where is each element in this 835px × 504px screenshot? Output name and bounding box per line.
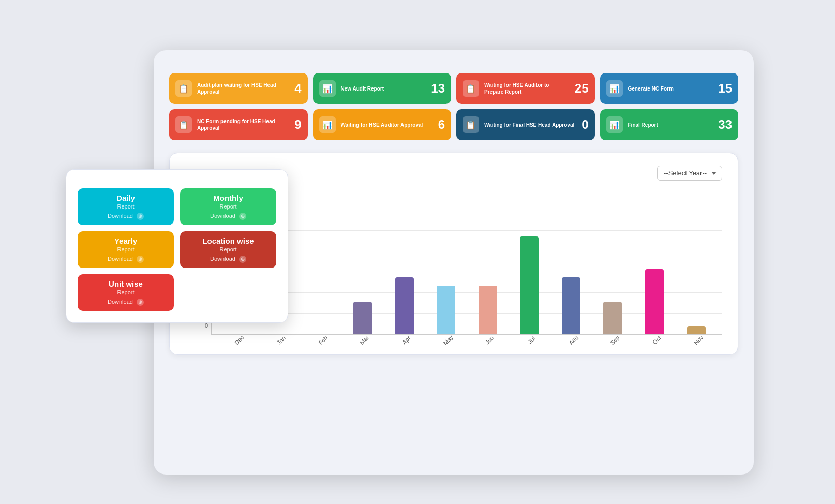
stat-number: 25 [575, 81, 589, 96]
stat-card-new-audit[interactable]: 📊 New Audit Report 13 [313, 73, 452, 104]
download-icon: ⊕ [137, 256, 144, 263]
bar-mar [353, 302, 372, 334]
stats-grid: 📋 Audit plan waiting for HSE Head Approv… [169, 73, 738, 140]
stat-number: 33 [718, 117, 732, 132]
bar-group-sep [603, 302, 622, 334]
stat-number: 9 [294, 117, 301, 132]
stat-icon: 📊 [319, 80, 336, 97]
bar-group-oct [645, 269, 664, 334]
report-btn-yearly[interactable]: Yearly Report Download ⊕ [78, 231, 174, 268]
bar-apr [395, 277, 414, 334]
report-btn-sub: Report [117, 289, 134, 295]
report-btn-sub: Report [219, 203, 236, 210]
stat-icon: 📋 [463, 80, 479, 97]
stat-icon: 📋 [175, 80, 192, 97]
bar-sep [603, 302, 622, 334]
report-btn-title: Unit wise [109, 279, 143, 288]
bar-group-jun [479, 286, 497, 334]
report-btn-monthly[interactable]: Monthly Report Download ⊕ [180, 188, 276, 225]
report-btn-download: Download ⊕ [108, 256, 144, 263]
report-btn-sub: Report [219, 246, 236, 253]
stat-text: NC Form pending for HSE Head Approval [197, 118, 289, 131]
download-icon: ⊕ [137, 213, 144, 220]
stat-icon: 📋 [463, 116, 479, 133]
stat-number: 4 [294, 81, 301, 96]
bar-aug [562, 277, 580, 334]
stat-icon: 📊 [606, 80, 623, 97]
stat-card-generate-nc[interactable]: 📊 Generate NC Form 15 [600, 73, 739, 104]
inspection-card: Daily Report Download ⊕ Monthly Report D… [66, 169, 288, 323]
stat-text: Waiting for Final HSE Head Approval [484, 122, 576, 128]
stat-text: New Audit Report [341, 85, 426, 92]
stat-number: 6 [438, 117, 445, 132]
stat-number: 13 [431, 81, 445, 96]
stat-text: Waiting for HSE Auditor Approval [341, 122, 433, 128]
bar-jun [479, 286, 497, 334]
y-axis-label: 0 [205, 322, 208, 329]
stat-card-final-report[interactable]: 📊 Final Report 33 [600, 109, 739, 140]
stat-icon: 📊 [319, 116, 336, 133]
report-btn-unit-wise[interactable]: Unit wise Report Download ⊕ [78, 274, 174, 311]
stat-number: 0 [581, 117, 588, 132]
bar-may [437, 286, 455, 334]
bar-group-mar [353, 302, 372, 334]
report-btn-daily[interactable]: Daily Report Download ⊕ [78, 188, 174, 225]
stat-card-waiting-hse[interactable]: 📋 Waiting for HSE Auditor to Prepare Rep… [456, 73, 595, 104]
report-btn-sub: Report [117, 203, 134, 210]
stat-card-audit-plan[interactable]: 📋 Audit plan waiting for HSE Head Approv… [169, 73, 308, 104]
bar-group-aug [562, 277, 580, 334]
report-btn-download: Download ⊕ [108, 213, 144, 220]
report-btn-title: Daily [116, 194, 135, 202]
download-icon: ⊕ [137, 299, 144, 306]
stat-icon: 📊 [606, 116, 623, 133]
report-btn-download: Download ⊕ [108, 299, 144, 306]
download-icon: ⊕ [239, 213, 246, 220]
bar-jul [520, 236, 539, 334]
download-icon: ⊕ [239, 256, 246, 263]
report-btn-download: Download ⊕ [210, 256, 246, 263]
stat-icon: 📋 [175, 116, 192, 133]
bar-group-jul [520, 236, 539, 334]
stat-card-nc-form[interactable]: 📋 NC Form pending for HSE Head Approval … [169, 109, 308, 140]
stat-text: Waiting for HSE Auditor to Prepare Repor… [484, 82, 570, 95]
stat-card-waiting-final[interactable]: 📋 Waiting for Final HSE Head Approval 0 [456, 109, 595, 140]
report-btn-sub: Report [117, 246, 134, 253]
report-btn-location-wise[interactable]: Location wise Report Download ⊕ [180, 231, 276, 268]
stat-number: 15 [718, 81, 732, 96]
stat-card-waiting-auditor[interactable]: 📊 Waiting for HSE Auditor Approval 6 [313, 109, 452, 140]
report-btn-title: Yearly [114, 236, 137, 245]
bar-group-may [437, 286, 455, 334]
report-btn-title: Monthly [213, 194, 243, 202]
year-select[interactable]: --Select Year-- [657, 166, 722, 181]
bar-group-apr [395, 277, 414, 334]
stat-text: Audit plan waiting for HSE Head Approval [197, 82, 289, 95]
report-grid: Daily Report Download ⊕ Monthly Report D… [78, 188, 276, 311]
report-btn-download: Download ⊕ [210, 213, 246, 220]
stat-text: Generate NC Form [628, 85, 713, 92]
stat-text: Final Report [628, 122, 713, 128]
bar-oct [645, 269, 664, 334]
report-btn-title: Location wise [202, 236, 254, 245]
